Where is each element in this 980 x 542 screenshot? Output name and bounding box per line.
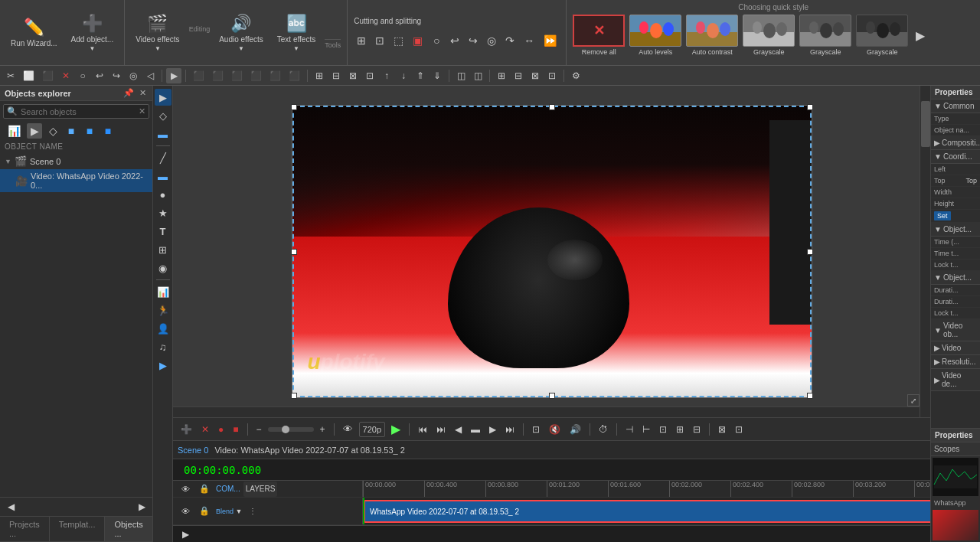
cursor-col-btn[interactable]: ▶	[155, 89, 172, 106]
tl-frame-fwd-btn[interactable]: ▬	[468, 421, 483, 438]
rotate-btn[interactable]: ↷	[502, 33, 518, 48]
video-section[interactable]: ▶ Video	[931, 341, 980, 355]
stats-view-btn[interactable]: 📊	[5, 123, 24, 139]
tl-mark-clip-btn[interactable]: ⊡	[656, 421, 670, 438]
delete-tool[interactable]: ✕	[58, 68, 74, 83]
audio-btn[interactable]: ♫	[155, 338, 172, 355]
darker-blue-square-btn[interactable]: ■	[100, 123, 116, 139]
video-ob-section[interactable]: ▼ Video ob...	[931, 319, 980, 341]
lock-track-btn[interactable]: 🔒	[196, 482, 213, 497]
distribute-v-btn[interactable]: ⊟	[328, 68, 344, 83]
add-object-button[interactable]: ➕ Add object... ▼	[67, 11, 119, 55]
search-input[interactable]	[21, 107, 139, 116]
cut-tool-btn[interactable]: ⊞	[354, 33, 369, 48]
tl-vol-btn[interactable]: 🔊	[567, 421, 584, 438]
track-options-btn[interactable]: ⋮	[245, 504, 260, 519]
search-clear-button[interactable]: ✕	[139, 106, 145, 116]
grid-btn2[interactable]: ⊟	[511, 68, 526, 83]
video-col-btn[interactable]: ▶	[155, 357, 172, 374]
scroll-right-btn[interactable]: ▶	[134, 499, 149, 514]
order-up-btn[interactable]: ↑	[379, 68, 394, 83]
tl-frame-back-btn[interactable]: ◀	[452, 421, 465, 438]
order-top-btn[interactable]: ⇑	[413, 68, 428, 83]
projects-tab[interactable]: Projects ...	[0, 517, 50, 541]
tl-snap-btn[interactable]: ⊞	[673, 421, 687, 438]
more-styles-button[interactable]: ▶	[913, 28, 928, 43]
align-top-btn[interactable]: ⬛	[247, 68, 265, 83]
tl-plus-btn[interactable]: +	[317, 421, 328, 438]
fill-tool[interactable]: ⬛	[39, 68, 57, 83]
run-wizard-button[interactable]: ✏️ Run Wizard...	[6, 15, 62, 51]
tl-mute-btn[interactable]: 🔇	[546, 421, 564, 438]
speech-btn[interactable]: ◉	[155, 260, 172, 276]
character-btn[interactable]: 👤	[155, 320, 172, 337]
ellipse-tool[interactable]: ○	[75, 68, 90, 83]
spread-v-btn[interactable]: ⊡	[362, 68, 377, 83]
tl-bottom-play-btn[interactable]: ▶	[178, 527, 193, 542]
grayscale3-item[interactable]: Grayscale	[856, 15, 908, 56]
align-right-btn[interactable]: ⬛	[228, 68, 246, 83]
coord-section[interactable]: ▼ Coordi...	[931, 150, 980, 164]
redo-tool[interactable]: ↪	[109, 68, 124, 83]
canvas-scrollbar-v[interactable]	[920, 86, 930, 417]
tl-mark-in-btn[interactable]: ⊣	[622, 421, 636, 438]
tl-clock-btn[interactable]: ⏱	[596, 421, 611, 438]
grayscale2-item[interactable]: Grayscale	[799, 15, 851, 56]
objects-tab[interactable]: Objects ...	[105, 517, 152, 541]
grid-btn3[interactable]: ⊠	[528, 68, 543, 83]
rotate-cw-tool[interactable]: ◎	[126, 68, 141, 83]
scopes-section[interactable]: Scopes	[931, 442, 980, 456]
spread-h-btn[interactable]: ⊠	[345, 68, 361, 83]
cursor-view-btn[interactable]: ▶	[27, 123, 42, 139]
templates-tab[interactable]: Templat...	[50, 517, 106, 541]
redo-btn[interactable]: ↪	[466, 33, 481, 48]
cursor-tool[interactable]: ▶	[166, 68, 181, 83]
object3-section[interactable]: ▼ Object...	[931, 271, 980, 285]
star-btn[interactable]: ★	[155, 204, 172, 221]
align-middle-btn[interactable]: ⬛	[266, 68, 284, 83]
audio-effects-button[interactable]: 🔊 Audio effects ▼	[214, 11, 268, 55]
tl-fill-btn[interactable]: ■	[230, 421, 241, 438]
tl-add-scene-btn[interactable]: ➕	[178, 421, 195, 438]
quick-style-remove-all[interactable]: ✕ Remove all	[573, 15, 625, 56]
scissors-tool[interactable]: ✂	[3, 68, 18, 83]
text-effects-button[interactable]: 🔤 Text effects ▼	[273, 11, 320, 55]
scene-0-item[interactable]: ▼ 🎬 Scene 0	[0, 153, 152, 169]
track-lock-btn[interactable]: 🔒	[196, 504, 213, 519]
delete-btn[interactable]: ▣	[410, 33, 426, 48]
undo-btn[interactable]: ↩	[447, 33, 462, 48]
composition-section[interactable]: ▶ Compositi...	[931, 136, 980, 150]
tl-record-btn[interactable]: ●	[215, 421, 227, 438]
auto-levels-item[interactable]: Auto levels	[629, 15, 681, 56]
loop-btn[interactable]: ◎	[484, 33, 499, 48]
panel-pin-button[interactable]: 📌	[122, 88, 136, 98]
dark-blue-square-btn[interactable]: ■	[82, 123, 97, 139]
diamond-col-btn[interactable]: ◇	[155, 107, 172, 124]
tl-minus-btn[interactable]: −	[253, 421, 265, 438]
line-btn[interactable]: ╱	[155, 149, 172, 166]
split-btn[interactable]: ⊡	[372, 33, 387, 48]
common-section[interactable]: ▼ Common	[931, 100, 980, 113]
tl-zoom-thumb[interactable]	[282, 426, 289, 433]
tl-step-back-btn[interactable]: ⏭	[433, 421, 449, 438]
undo-tool[interactable]: ↩	[92, 68, 107, 83]
tl-play-btn[interactable]: ▶	[388, 421, 403, 438]
subtitle-btn[interactable]: ⊞	[155, 241, 172, 258]
scroll-thumb-v[interactable]	[921, 101, 930, 147]
set-button[interactable]: Set	[934, 211, 951, 220]
resolution-section[interactable]: ▶ Resoluti...	[931, 355, 980, 369]
track-visibility-btn[interactable]: 👁	[178, 504, 193, 519]
animation-btn[interactable]: 🏃	[155, 302, 172, 318]
object2-section[interactable]: ▼ Object...	[931, 223, 980, 237]
trim-btn[interactable]: ⬚	[390, 33, 407, 48]
panel-close-button[interactable]: ✕	[138, 88, 148, 98]
tl-zoom-slider[interactable]	[268, 427, 314, 432]
grayscale1-item[interactable]: Grayscale	[743, 15, 795, 56]
video-effects-button[interactable]: 🎬 Video effects ▼	[131, 11, 184, 55]
chart-btn[interactable]: 📊	[155, 283, 172, 300]
order-down-btn[interactable]: ↓	[396, 68, 411, 83]
tl-ripple-btn[interactable]: ⊟	[690, 421, 704, 438]
blue-square-btn[interactable]: ■	[64, 123, 79, 139]
layer-btn1[interactable]: ◫	[453, 68, 469, 83]
prev-tool[interactable]: ◁	[142, 68, 158, 83]
